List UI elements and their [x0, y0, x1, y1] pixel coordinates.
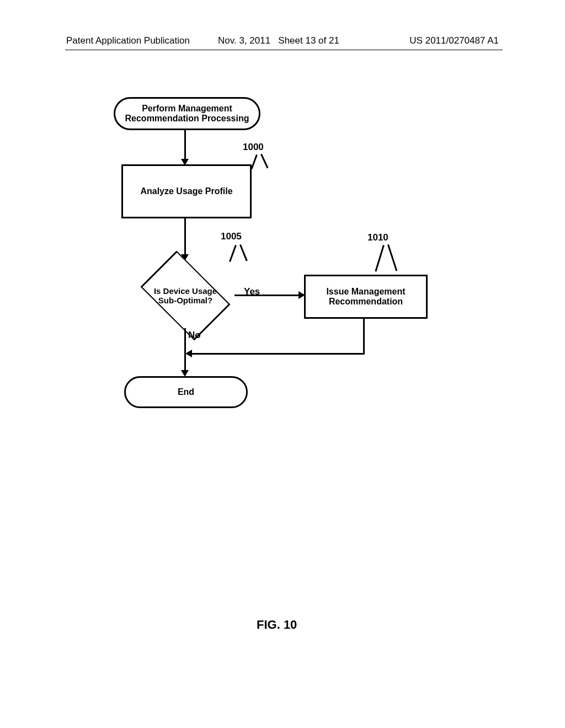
ref-num-1010: 1010 — [367, 232, 388, 243]
edge-label-no: No — [188, 330, 201, 341]
ref-num-1005: 1005 — [221, 231, 242, 242]
terminator-start-text: Perform Management Recommendation Proces… — [125, 104, 249, 124]
process-issue-management-recommendation: Issue Management Recommendation — [304, 275, 428, 319]
process-analyze-text: Analyze Usage Profile — [140, 186, 232, 196]
page: Patent Application Publication Nov. 3, 2… — [0, 0, 565, 728]
arrow-start-to-analyze — [184, 129, 186, 160]
terminator-start: Perform Management Recommendation Proces… — [114, 97, 260, 130]
ref-num-1000: 1000 — [243, 142, 264, 153]
figure-caption: FIG. 10 — [257, 618, 297, 632]
arrow-decision-yes-to-issue — [234, 295, 300, 296]
callout-1005 — [227, 247, 249, 269]
terminator-end-text: End — [178, 387, 194, 397]
process-issue-text: Issue Management Recommendation — [326, 287, 405, 307]
callout-1010 — [375, 247, 397, 276]
decision-is-device-usage-suboptimal: Is Device Usage Sub-Optimal? — [136, 263, 235, 329]
decision-label: Is Device Usage Sub-Optimal? — [136, 263, 235, 329]
arrowhead-icon — [185, 350, 192, 357]
arrow-issue-to-mainline — [191, 353, 365, 355]
arrow-issue-down — [363, 317, 365, 354]
arrow-analyze-to-decision — [184, 217, 186, 255]
callout-1000 — [248, 157, 270, 179]
process-analyze-usage-profile: Analyze Usage Profile — [121, 164, 252, 218]
terminator-end: End — [124, 376, 248, 408]
